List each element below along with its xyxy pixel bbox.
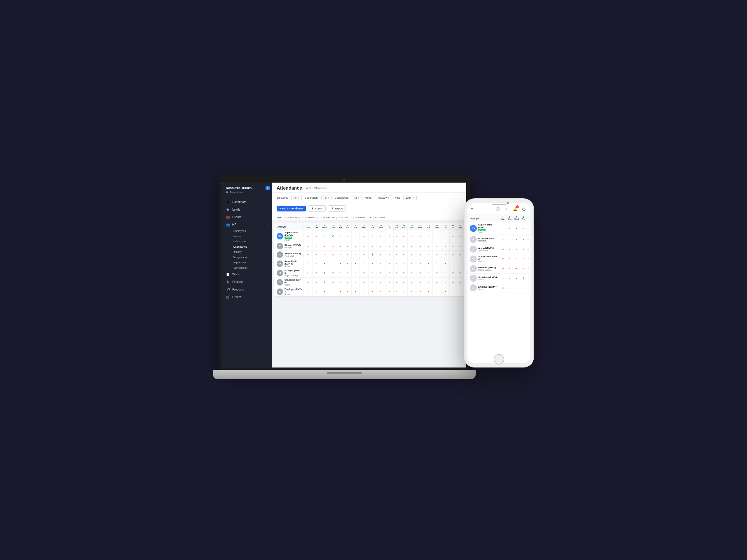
employee-cell-3[interactable]: AK Aqsa Khalid (EMP-4) Senior [274, 259, 304, 268]
attendance-cell-1-12[interactable]: × [400, 242, 408, 250]
attendance-cell-3-0[interactable]: × [304, 259, 312, 268]
attendance-cell-0-4[interactable]: × [337, 231, 344, 242]
attendance-cell-1-14[interactable]: × [416, 242, 424, 250]
attendance-cell-2-5[interactable]: × [344, 250, 351, 259]
submenu-holiday[interactable]: Holiday [226, 249, 272, 255]
department-filter-select[interactable]: All ▼ [321, 195, 332, 201]
attendance-cell-5-19[interactable]: × [456, 278, 464, 287]
phone-attendance-cell-3-2[interactable]: × [513, 254, 520, 264]
phone-attendance-cell-4-3[interactable]: × [520, 264, 527, 273]
attendance-cell-3-4[interactable]: × [337, 259, 344, 268]
attendance-cell-5-17[interactable]: × [441, 278, 450, 287]
employee-filter-select[interactable]: All ▼ [291, 195, 302, 201]
submenu-appreciation[interactable]: Appreciation [226, 265, 272, 270]
attendance-cell-1-19[interactable]: × [456, 242, 464, 250]
submenu-employees[interactable]: Employees [226, 229, 272, 234]
phone-attendance-cell-4-1[interactable]: × [507, 264, 513, 273]
attendance-cell-1-1[interactable]: ✓ [312, 242, 320, 250]
attendance-cell-1-3[interactable]: × [329, 242, 337, 250]
attendance-cell-4-1[interactable]: × [312, 268, 320, 278]
sidebar-item-clients[interactable]: 💼 Clients [222, 213, 272, 221]
sidebar-item-orders[interactable]: 🛒 Orders [222, 293, 272, 301]
attendance-cell-0-10[interactable]: × [385, 231, 393, 242]
phone-attendance-cell-3-3[interactable]: × [520, 254, 527, 264]
phone-attendance-cell-0-3[interactable]: ✓ [520, 222, 527, 235]
attendance-cell-0-5[interactable]: × [344, 231, 351, 242]
attendance-cell-3-9[interactable]: × [377, 259, 385, 268]
attendance-cell-3-7[interactable]: × [360, 259, 368, 268]
attendance-cell-0-18[interactable]: × [450, 231, 456, 242]
attendance-cell-5-6[interactable]: × [351, 278, 360, 287]
attendance-cell-2-16[interactable]: × [433, 250, 441, 259]
phone-attendance-cell-2-0[interactable]: × [499, 244, 507, 254]
attendance-cell-2-8[interactable]: ℹ [368, 250, 377, 259]
year-filter-select[interactable]: 2024 ▼ [403, 195, 417, 201]
phone-row-chevron[interactable]: › [527, 264, 531, 273]
attendance-cell-3-12[interactable]: × [400, 259, 408, 268]
attendance-cell-4-15[interactable]: × [424, 268, 433, 278]
attendance-cell-0-2[interactable]: × [320, 231, 329, 242]
phone-attendance-cell-1-2[interactable]: × [513, 235, 520, 244]
attendance-cell-4-18[interactable]: × [450, 268, 456, 278]
attendance-cell-2-4[interactable]: × [337, 250, 344, 259]
attendance-cell-2-2[interactable]: × [320, 250, 329, 259]
attendance-cell-6-9[interactable]: × [377, 287, 385, 296]
attendance-cell-4-12[interactable]: × [400, 268, 408, 278]
submenu-attendance[interactable]: Attendance [226, 244, 272, 249]
attendance-cell-5-10[interactable]: × [385, 278, 393, 287]
attendance-cell-2-0[interactable]: × [304, 250, 312, 259]
attendance-cell-5-3[interactable]: × [329, 278, 337, 287]
attendance-cell-5-14[interactable]: × [416, 278, 424, 287]
attendance-cell-1-11[interactable]: × [393, 242, 400, 250]
attendance-cell-5-18[interactable]: × [450, 278, 456, 287]
phone-attendance-cell-4-0[interactable]: ✈ [499, 264, 507, 273]
attendance-cell-2-11[interactable]: × [393, 250, 400, 259]
phone-attendance-cell-5-1[interactable]: × [507, 273, 513, 283]
attendance-cell-6-0[interactable]: × [304, 287, 312, 296]
mark-attendance-button[interactable]: + Mark Attendance [277, 206, 306, 211]
attendance-cell-3-5[interactable]: × [344, 259, 351, 268]
phone-attendance-cell-0-2[interactable]: × [513, 222, 520, 235]
attendance-cell-2-15[interactable]: × [424, 250, 433, 259]
attendance-cell-1-8[interactable]: × [368, 242, 377, 250]
phone-employee-cell-1[interactable]: R Rizwan (EMP-2) Manager 1 [467, 235, 499, 244]
attendance-cell-5-13[interactable]: × [408, 278, 416, 287]
employee-cell-4[interactable]: M Manager (EMP-5) Project Manager [274, 268, 304, 278]
attendance-cell-3-16[interactable]: × [433, 259, 441, 268]
attendance-cell-5-5[interactable]: × [344, 278, 351, 287]
attendance-cell-4-17[interactable]: × [441, 268, 450, 278]
attendance-cell-0-3[interactable]: ✓ [329, 231, 337, 242]
attendance-cell-6-6[interactable]: × [351, 287, 360, 296]
attendance-cell-2-12[interactable]: × [400, 250, 408, 259]
attendance-cell-3-19[interactable]: × [456, 259, 464, 268]
phone-attendance-cell-5-0[interactable]: × [499, 273, 507, 283]
attendance-cell-5-8[interactable]: × [368, 278, 377, 287]
attendance-cell-5-1[interactable]: × [312, 278, 320, 287]
attendance-cell-6-19[interactable]: × [456, 287, 464, 296]
phone-attendance-cell-2-3[interactable]: × [520, 244, 527, 254]
attendance-cell-0-19[interactable]: × [456, 231, 464, 242]
attendance-cell-3-3[interactable]: × [329, 259, 337, 268]
attendance-cell-3-11[interactable]: × [393, 259, 400, 268]
phone-attendance-cell-6-0[interactable]: × [499, 283, 507, 293]
sidebar-icon-1[interactable]: ⚙ [265, 186, 269, 190]
employee-cell-6[interactable]: E Employee (EMP-7) Senior [274, 287, 304, 296]
attendance-cell-4-13[interactable]: × [408, 268, 416, 278]
attendance-cell-0-8[interactable]: × [368, 231, 377, 242]
attendance-cell-0-15[interactable]: × [424, 231, 433, 242]
attendance-cell-6-12[interactable]: × [400, 287, 408, 296]
attendance-cell-2-1[interactable]: × [312, 250, 320, 259]
phone-attendance-cell-6-2[interactable]: × [513, 283, 520, 293]
sidebar-item-dashboard[interactable]: ⊞ Dashboard › [222, 198, 272, 206]
phone-attendance-cell-6-3[interactable]: × [520, 283, 527, 293]
attendance-cell-0-11[interactable]: × [393, 231, 400, 242]
attendance-cell-0-7[interactable]: × [360, 231, 368, 242]
attendance-cell-3-10[interactable]: × [385, 259, 393, 268]
attendance-cell-4-9[interactable]: × [377, 268, 385, 278]
attendance-cell-3-18[interactable]: × [450, 259, 456, 268]
attendance-cell-2-18[interactable]: × [450, 250, 456, 259]
attendance-cell-6-16[interactable]: × [433, 287, 441, 296]
attendance-cell-4-3[interactable]: × [329, 268, 337, 278]
phone-attendance-cell-5-3[interactable]: ℹ [520, 273, 527, 283]
attendance-cell-4-14[interactable]: × [416, 268, 424, 278]
